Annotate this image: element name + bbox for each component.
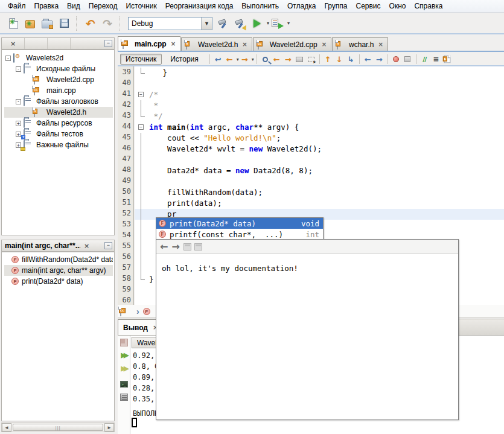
stop-macro-icon[interactable] bbox=[402, 54, 413, 65]
scrollbar-thumb[interactable]: ||| bbox=[13, 424, 103, 431]
tree-item[interactable]: ccWavelet2d.cpp bbox=[4, 74, 113, 85]
tree-item[interactable]: +Файлы ресурсов bbox=[4, 118, 113, 129]
forward-caret[interactable]: ▾ bbox=[252, 57, 254, 62]
tree-expander[interactable]: - bbox=[5, 56, 11, 61]
configuration-dropdown-button[interactable]: ▼ bbox=[201, 18, 212, 30]
menu-item-Отладка[interactable]: Отладка bbox=[283, 1, 320, 11]
fold-mark bbox=[138, 241, 145, 252]
save-all-button[interactable] bbox=[56, 16, 72, 31]
output-terminal-button[interactable]: >_ bbox=[119, 379, 129, 389]
doc-copy-icon[interactable] bbox=[194, 243, 202, 251]
menu-item-Справка[interactable]: Справка bbox=[410, 1, 447, 11]
build-button[interactable] bbox=[215, 16, 232, 31]
tree-item[interactable]: -Wavelets2d bbox=[4, 53, 113, 63]
uncomment-icon[interactable]: ≡ bbox=[430, 54, 442, 65]
output-options-button[interactable] bbox=[119, 392, 129, 402]
doc-forward-icon[interactable]: → bbox=[171, 241, 179, 252]
header-source-toggle-icon[interactable]: h bbox=[442, 54, 453, 65]
comment-icon[interactable]: // bbox=[419, 54, 430, 65]
close-tab-icon[interactable]: × bbox=[242, 41, 247, 48]
shift-right-icon[interactable]: → bbox=[374, 54, 385, 65]
tree-item[interactable]: ccmain.cpp bbox=[4, 85, 113, 96]
configuration-select[interactable]: Debug ▼ bbox=[128, 17, 212, 30]
tree-expander[interactable]: - bbox=[16, 99, 21, 104]
debug-dropdown-caret[interactable]: ▾ bbox=[287, 21, 290, 26]
menu-item-Файл[interactable]: Файл bbox=[4, 1, 30, 11]
tree-expander[interactable]: + bbox=[16, 121, 21, 126]
history-view-toggle[interactable]: История bbox=[165, 54, 203, 65]
code-line: cout << "Hello world!\n"; bbox=[149, 133, 281, 144]
redo-button[interactable]: ↷ bbox=[99, 16, 116, 31]
clean-build-button[interactable] bbox=[232, 16, 249, 31]
record-macro-icon[interactable] bbox=[391, 54, 402, 65]
tree-expander[interactable]: - bbox=[16, 66, 21, 72]
editor-tab-main.cpp[interactable]: ccmain.cpp× bbox=[118, 36, 180, 51]
run-button[interactable] bbox=[249, 16, 266, 31]
output-rerun-alt-button[interactable]: ▶▶ bbox=[119, 363, 129, 373]
minimize-navigator-button[interactable]: − bbox=[104, 242, 112, 249]
back-icon[interactable]: ← bbox=[224, 54, 235, 65]
debug-button[interactable] bbox=[269, 16, 286, 31]
navigator-item[interactable]: Fmain(int argc, char** argv) bbox=[4, 265, 113, 276]
navigator-hscrollbar[interactable]: ◄ ||| ► bbox=[1, 423, 115, 432]
close-tab-icon[interactable]: × bbox=[322, 41, 327, 48]
output-rerun-button[interactable]: ▶▶ bbox=[119, 350, 129, 360]
toggle-highlight-icon[interactable] bbox=[294, 54, 305, 65]
tree-expander[interactable]: + bbox=[16, 132, 21, 137]
scroll-right-arrow[interactable]: ► bbox=[104, 423, 114, 432]
close-tab-icon[interactable]: × bbox=[378, 41, 383, 48]
find-icon[interactable] bbox=[260, 54, 271, 65]
editor-tab-wchar.h[interactable]: hwchar.h× bbox=[332, 37, 388, 51]
move-up-icon[interactable]: ↑ bbox=[322, 54, 334, 65]
navigator-item[interactable]: FfillWithRandom(Data2d* data) bbox=[4, 254, 113, 265]
minimize-projects-button[interactable]: − bbox=[104, 40, 112, 47]
fold-collapse-icon[interactable]: − bbox=[138, 92, 144, 97]
rectangular-selection-icon[interactable] bbox=[305, 54, 317, 65]
projects-panel: -Wavelets2d-Исходные файлыccWavelet2d.cp… bbox=[1, 49, 115, 235]
menu-item-Переход[interactable]: Переход bbox=[85, 1, 122, 11]
tree-item[interactable]: -Файлы заголовков bbox=[4, 96, 113, 107]
shift-left-icon[interactable]: ← bbox=[362, 54, 374, 65]
fold-mark[interactable]: − bbox=[138, 122, 145, 133]
source-view-toggle[interactable]: Источник bbox=[120, 54, 162, 65]
previous-occurrence-icon[interactable]: ← bbox=[271, 54, 282, 65]
tree-item-label: Файлы ресурсов bbox=[36, 119, 92, 127]
menu-item-Сервис[interactable]: Сервис bbox=[351, 1, 384, 11]
close-navigator-icon[interactable]: × bbox=[84, 242, 89, 250]
menu-item-Источник[interactable]: Источник bbox=[121, 1, 161, 11]
tree-item[interactable]: hWavelet2d.h bbox=[4, 107, 113, 118]
fold-mark[interactable]: − bbox=[138, 89, 145, 100]
menu-item-Правка[interactable]: Правка bbox=[30, 1, 63, 11]
tree-item[interactable]: +Важные файлы bbox=[4, 139, 113, 150]
completion-item[interactable]: Fprint(Data2d* data)void bbox=[156, 218, 323, 229]
doc-back-icon[interactable]: ← bbox=[160, 241, 168, 252]
editor-tab-Wavelet2d.h[interactable]: hWavelet2d.h× bbox=[181, 37, 252, 51]
close-tab-icon[interactable]: × bbox=[171, 40, 176, 47]
menu-item-Окно[interactable]: Окно bbox=[385, 1, 410, 11]
projects-tab[interactable]: × bbox=[2, 38, 25, 49]
open-project-button[interactable] bbox=[39, 16, 56, 31]
editor-tab-Wavelet2d.cpp[interactable]: ccWavelet2d.cpp× bbox=[253, 37, 331, 51]
undo-button[interactable]: ↶ bbox=[82, 16, 99, 31]
navigator-item[interactable]: Fprint(Data2d* data) bbox=[4, 276, 113, 287]
menu-item-Выполнить[interactable]: Выполнить bbox=[237, 1, 283, 11]
menu-item-Вид[interactable]: Вид bbox=[63, 1, 85, 11]
menu-item-Группа[interactable]: Группа bbox=[320, 1, 351, 11]
tree-item[interactable]: +TФайлы тестов bbox=[4, 129, 113, 139]
fold-collapse-icon[interactable]: − bbox=[138, 124, 144, 130]
output-stop-button[interactable] bbox=[119, 337, 129, 347]
next-usage-icon[interactable]: ↳ bbox=[345, 54, 357, 65]
menu-item-Реорганизация кода[interactable]: Реорганизация кода bbox=[161, 1, 238, 11]
move-down-icon[interactable]: ↓ bbox=[334, 54, 345, 65]
forward-icon[interactable]: → bbox=[239, 54, 250, 65]
new-file-button[interactable]: ✳ bbox=[5, 16, 22, 31]
doc-open-in-browser-icon[interactable] bbox=[183, 243, 191, 251]
last-edit-icon[interactable]: ↩ bbox=[212, 54, 224, 65]
completion-item[interactable]: Fprintf(const char*, ...)int bbox=[156, 229, 323, 240]
scroll-left-arrow[interactable]: ◄ bbox=[2, 423, 11, 432]
new-project-button[interactable]: ✳ bbox=[22, 16, 39, 31]
file-type-badge: cc bbox=[33, 87, 39, 92]
close-icon[interactable]: × bbox=[10, 40, 16, 48]
tree-item[interactable]: -Исходные файлы bbox=[4, 63, 113, 74]
next-occurrence-icon[interactable]: → bbox=[282, 54, 294, 65]
